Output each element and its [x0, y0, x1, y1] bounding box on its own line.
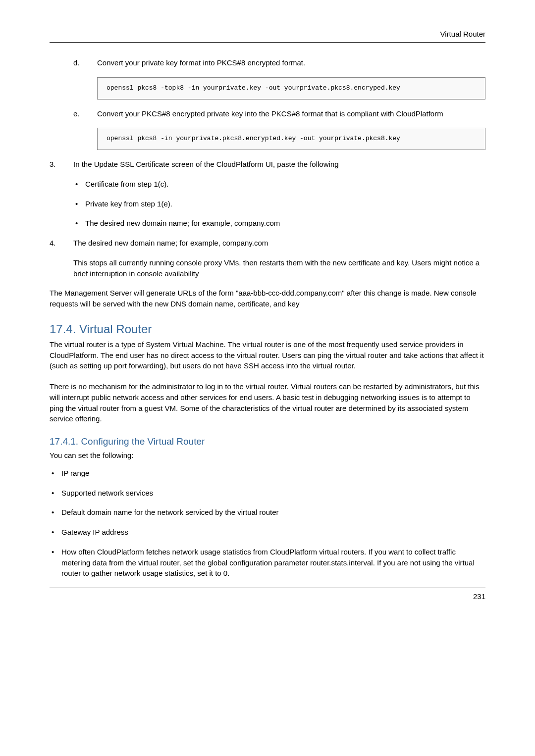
footer-rule — [50, 588, 485, 588]
code-block: openssl pkcs8 -topk8 -in yourprivate.key… — [97, 77, 485, 100]
list-item: The desired new domain name; for example… — [73, 218, 485, 229]
step-d: d. Convert your private key format into … — [73, 57, 485, 100]
step-marker: 4. — [50, 238, 56, 249]
step-marker: 3. — [50, 159, 56, 170]
step-para: This stops all currently running console… — [73, 257, 485, 279]
step-text: The desired new domain name; for example… — [73, 239, 268, 247]
step-4: 4. The desired new domain name; for exam… — [50, 238, 485, 279]
list-item: Default domain name for the network serv… — [50, 507, 485, 518]
list-item: How often CloudPlatform fetches network … — [50, 547, 485, 579]
step-marker: d. — [73, 57, 80, 68]
code-block: openssl pkcs8 -in yourprivate.pkcs8.encr… — [97, 128, 485, 150]
section-17-4-p1: The virtual router is a type of System V… — [50, 339, 485, 371]
page-number: 231 — [50, 592, 485, 601]
section-17-4-title: 17.4. Virtual Router — [50, 322, 485, 336]
list-item: Supported network services — [50, 488, 485, 499]
list-item: IP range — [50, 468, 485, 479]
step-3: 3. In the Update SSL Certificate screen … — [50, 159, 485, 229]
list-item: Certificate from step 1(c). — [73, 179, 485, 190]
page-header-title: Virtual Router — [50, 30, 485, 38]
list-item: Private key from step 1(e). — [73, 199, 485, 209]
step-text: In the Update SSL Certificate screen of … — [73, 160, 339, 168]
section-17-4-1-intro: You can set the following: — [50, 450, 485, 461]
closing-paragraph: The Management Server will generate URLs… — [50, 288, 485, 309]
step-e: e. Convert your PKCS#8 encrypted private… — [73, 108, 485, 151]
step-text: Convert your private key format into PKC… — [97, 58, 305, 67]
section-17-4-p2: There is no mechanism for the administra… — [50, 381, 485, 424]
list-item: Gateway IP address — [50, 527, 485, 538]
section-17-4-1-title: 17.4.1. Configuring the Virtual Router — [50, 436, 485, 447]
step-marker: e. — [73, 108, 80, 119]
step-text: Convert your PKCS#8 encrypted private ke… — [97, 109, 443, 118]
